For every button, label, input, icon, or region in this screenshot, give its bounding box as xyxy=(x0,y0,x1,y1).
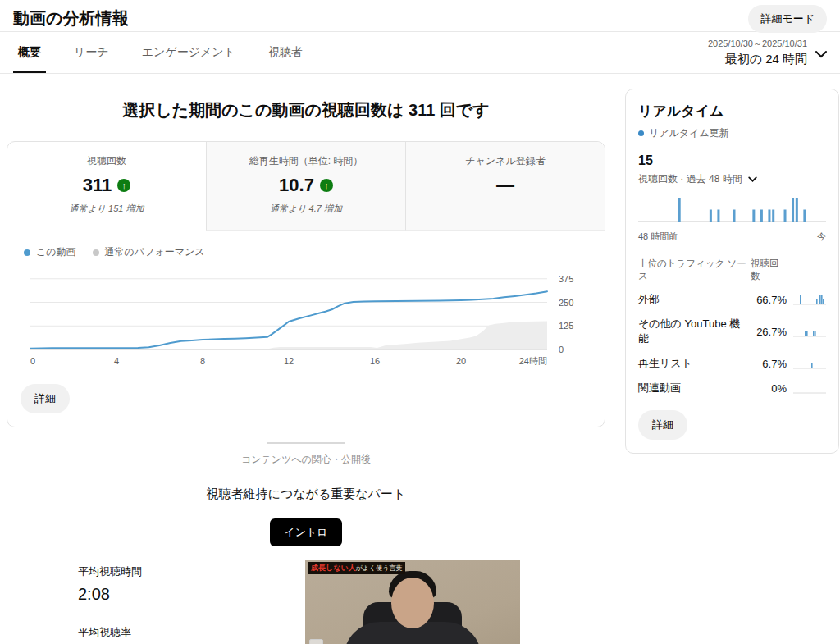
video-title-overlay: 成長しない人がよく使う言葉 xyxy=(308,562,405,574)
avg-percentage-label: 平均視聴率 xyxy=(78,625,305,640)
headline: 選択した期間のこの動画の視聴回数は 311 回です xyxy=(8,99,604,121)
realtime-card: リアルタイム リアルタイム更新 15 視聴回数 · 過去 48 時間 48 時間… xyxy=(625,89,839,454)
chevron-down-icon xyxy=(747,174,758,185)
realtime-live-row: リアルタイム更新 xyxy=(638,126,826,140)
realtime-count-caption[interactable]: 視聴回数 · 過去 48 時間 xyxy=(638,172,826,186)
intro-chapter-badge[interactable]: イントロ xyxy=(270,518,341,546)
legend-this-video: この動画 xyxy=(24,245,76,259)
svg-text:12: 12 xyxy=(284,356,294,366)
video-person-head xyxy=(391,578,434,628)
avg-view-duration-value: 2:08 xyxy=(78,585,305,604)
traffic-row-playlists[interactable]: 再生リスト 6.7% xyxy=(638,356,826,371)
line-chart-svg: 012525037504812162024時間 xyxy=(17,267,596,371)
up-arrow-icon: ↑ xyxy=(320,179,333,192)
sparkline-chart xyxy=(793,293,826,306)
traffic-row-external[interactable]: 外部 66.7% xyxy=(638,292,826,307)
traffic-row-other-youtube[interactable]: その他の YouTube 機能 26.7% xyxy=(638,317,826,346)
date-range-selector[interactable]: 2025/10/30～2025/10/31 最初の 24 時間 xyxy=(708,38,807,67)
divider-line xyxy=(267,442,345,444)
svg-text:0: 0 xyxy=(30,356,35,366)
retention-row: 平均視聴時間 2:08 平均視聴率 22.8% 成長しない人がよく使う言葉 成長… xyxy=(0,560,612,644)
tab-audience[interactable]: 視聴者 xyxy=(263,32,308,73)
metric-label: 視聴回数 xyxy=(14,154,199,168)
traffic-row-suggested[interactable]: 関連動画 0% xyxy=(638,381,826,395)
realtime-bar-chart xyxy=(638,194,826,224)
avg-view-duration-label: 平均視聴時間 xyxy=(78,564,305,579)
svg-text:20: 20 xyxy=(456,356,466,366)
section-divider: コンテンツへの関心・公開後 xyxy=(0,442,612,467)
metric-tabs: 視聴回数 311 ↑ 通常より 151 増加 総再生時間（単位: 時間） 10.… xyxy=(7,142,605,231)
metric-tab-subscribers[interactable]: チャンネル登録者 — xyxy=(405,142,605,231)
sparkline-chart xyxy=(793,381,826,395)
retention-section-title: 視聴者維持につながる重要なパート xyxy=(0,486,612,502)
tab-overview[interactable]: 概要 xyxy=(13,32,46,73)
chart-legend: この動画 通常のパフォーマンス xyxy=(7,231,605,263)
legend-dot-icon xyxy=(24,249,30,256)
sparkline-chart xyxy=(793,357,826,370)
svg-text:125: 125 xyxy=(559,321,573,331)
period-label: 最初の 24 時間 xyxy=(708,52,807,67)
metric-value: — xyxy=(496,175,514,196)
metric-label: チャンネル登録者 xyxy=(413,154,598,168)
main-column: 選択した期間のこの動画の視聴回数は 311 回です 視聴回数 311 ↑ 通常よ… xyxy=(0,75,612,644)
tab-engagement[interactable]: エンゲージメント xyxy=(137,32,240,73)
metric-delta: 通常より 151 増加 xyxy=(14,203,199,215)
tab-reach[interactable]: リーチ xyxy=(69,32,114,73)
svg-text:250: 250 xyxy=(559,298,573,308)
realtime-title: リアルタイム xyxy=(638,102,826,121)
chart-details-button[interactable]: 詳細 xyxy=(21,384,70,413)
sparkline-chart xyxy=(793,325,826,338)
performance-card: 視聴回数 311 ↑ 通常より 151 増加 総再生時間（単位: 時間） 10.… xyxy=(7,141,605,427)
views-line-chart: 012525037504812162024時間 xyxy=(7,263,605,374)
advanced-mode-button[interactable]: 詳細モード xyxy=(748,5,827,33)
video-player[interactable]: 成長しない人がよく使う言葉 成長しない人は 絶対に「検討します」と言います xyxy=(305,560,520,644)
divider-label: コンテンツへの関心・公開後 xyxy=(0,453,612,467)
svg-text:24時間: 24時間 xyxy=(519,356,547,366)
svg-text:16: 16 xyxy=(370,356,380,366)
realtime-details-button[interactable]: 詳細 xyxy=(638,410,687,440)
svg-text:4: 4 xyxy=(114,356,119,366)
metric-value: 311 ↑ xyxy=(83,175,131,196)
realtime-count: 15 xyxy=(638,153,826,168)
svg-text:375: 375 xyxy=(559,274,573,284)
svg-text:0: 0 xyxy=(559,345,564,354)
retention-metrics: 平均視聴時間 2:08 平均視聴率 22.8% xyxy=(78,560,305,644)
metric-label: 総再生時間（単位: 時間） xyxy=(213,154,399,168)
up-arrow-icon: ↑ xyxy=(117,179,130,192)
page-title: 動画の分析情報 xyxy=(13,7,827,30)
legend-typical: 通常のパフォーマンス xyxy=(93,245,205,259)
metric-tab-watchtime[interactable]: 総再生時間（単位: 時間） 10.7 ↑ 通常より 4.7 増加 xyxy=(206,142,405,231)
tab-bar: 概要 リーチ エンゲージメント 視聴者 2025/10/30～2025/10/3… xyxy=(0,32,840,74)
metric-tab-views[interactable]: 視聴回数 311 ↑ 通常より 151 増加 xyxy=(7,142,206,231)
metric-delta: 通常より 4.7 増加 xyxy=(213,203,399,215)
traffic-header: 上位のトラフィック ソース 視聴回数 xyxy=(638,258,826,282)
date-range-text: 2025/10/30～2025/10/31 xyxy=(708,38,807,50)
traffic-sources: 上位のトラフィック ソース 視聴回数 外部 66.7% その他の YouTube… xyxy=(638,258,826,395)
legend-dot-icon xyxy=(93,249,99,256)
live-dot-icon xyxy=(638,130,644,136)
page-header: 動画の分析情報 詳細モード xyxy=(0,0,840,32)
chevron-down-icon[interactable] xyxy=(814,47,829,65)
svg-text:8: 8 xyxy=(200,356,205,366)
realtime-axis: 48 時間前 今 xyxy=(638,231,826,243)
metric-value: 10.7 ↑ xyxy=(279,175,333,196)
chapter-marker[interactable] xyxy=(309,639,323,644)
